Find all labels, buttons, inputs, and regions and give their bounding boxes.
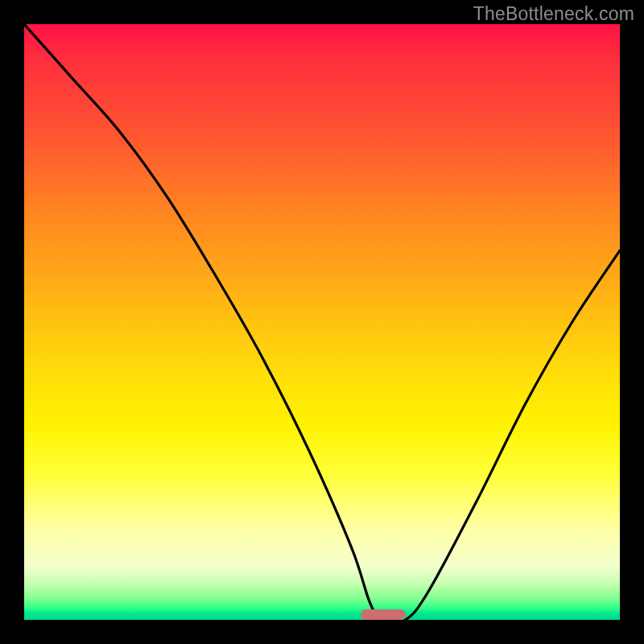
watermark-text: TheBottleneck.com: [473, 3, 634, 25]
bottleneck-curve: [24, 24, 620, 620]
chart-frame: TheBottleneck.com: [0, 0, 644, 644]
optimal-marker: [361, 609, 406, 620]
plot-area: [24, 24, 620, 620]
curve-path: [24, 24, 620, 620]
